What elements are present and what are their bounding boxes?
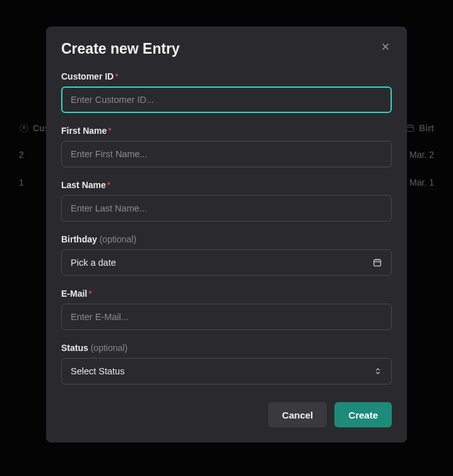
calendar-icon [372, 258, 382, 268]
status-select[interactable]: Select Status [61, 358, 392, 384]
birthday-picker[interactable]: Pick a date [61, 249, 392, 276]
email-label: E-Mail* [61, 289, 392, 299]
close-button[interactable] [379, 40, 392, 53]
first-name-label: First Name* [61, 126, 392, 136]
birthday-picker-text: Pick a date [71, 258, 116, 268]
close-icon [380, 42, 391, 52]
last-name-input[interactable] [61, 195, 392, 222]
cancel-button[interactable]: Cancel [268, 402, 327, 427]
create-entry-modal: Create new Entry Customer ID* First Name… [46, 27, 407, 443]
status-label: Status (optional) [61, 343, 392, 353]
svg-rect-2 [374, 259, 381, 266]
chevron-up-down-icon [374, 367, 382, 376]
email-input[interactable] [61, 304, 392, 330]
status-select-text: Select Status [71, 366, 124, 376]
customer-id-label: Customer ID* [61, 71, 392, 81]
first-name-input[interactable] [61, 141, 392, 167]
last-name-label: Last Name* [61, 180, 392, 190]
create-button[interactable]: Create [334, 402, 392, 427]
birthday-label: Birthday (optional) [61, 234, 392, 244]
customer-id-input[interactable] [61, 86, 392, 113]
modal-title: Create new Entry [61, 40, 180, 57]
